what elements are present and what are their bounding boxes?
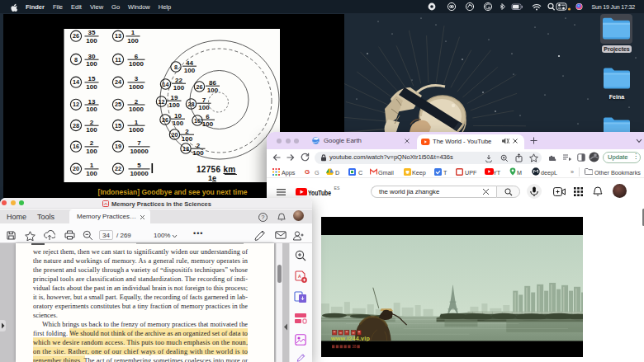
svg-text:100: 100 <box>192 149 204 157</box>
svg-text:8: 8 <box>74 56 78 63</box>
svg-text:Which brings us back to the fr: Which brings us back to the frenzy of me… <box>42 321 248 328</box>
svg-text:14: 14 <box>163 81 169 88</box>
svg-text:44: 44 <box>186 59 193 67</box>
svg-text:100: 100 <box>86 126 97 134</box>
svg-text:2: 2 <box>135 98 139 106</box>
svg-text:22: 22 <box>175 77 182 84</box>
svg-text:first folding. We should not t: first folding. We should not think of th… <box>33 330 248 337</box>
svg-text:100: 100 <box>86 37 97 45</box>
svg-text:35: 35 <box>88 29 96 36</box>
svg-text:8: 8 <box>174 63 178 71</box>
svg-text:oratory experiments constitute: oratory experiments constitutes but a ti… <box>33 303 248 310</box>
svg-text:3: 3 <box>135 75 139 82</box>
svg-text:7: 7 <box>202 96 206 104</box>
svg-text:on the site. Rather, one of ou: on the site. Rather, one of our chief wa… <box>33 348 248 355</box>
svg-text:2: 2 <box>197 142 201 149</box>
svg-text:22: 22 <box>115 165 121 172</box>
svg-text:100: 100 <box>207 87 219 94</box>
svg-text:1: 1 <box>131 29 135 36</box>
svg-text:1000: 1000 <box>129 83 144 91</box>
svg-text:1000: 1000 <box>129 106 144 113</box>
svg-text:12: 12 <box>159 98 165 106</box>
svg-text:the present and socially throu: the present and socially through a varie… <box>33 266 248 274</box>
svg-text:it is, however, but a small pa: it is, however, but a small part. Equall… <box>33 294 248 301</box>
svg-text:28: 28 <box>188 101 195 108</box>
svg-text:YouTube: YouTube <box>308 188 331 197</box>
svg-text:100: 100 <box>182 135 193 143</box>
svg-text:25: 25 <box>115 101 121 108</box>
svg-text:the nature and workings of mem: the nature and workings of memory. As a … <box>33 257 249 265</box>
svg-text:100: 100 <box>86 60 97 68</box>
svg-text:16: 16 <box>73 143 79 150</box>
svg-text:we reject them, then we can st: we reject them, then we can start to sig… <box>33 248 248 256</box>
svg-text:20: 20 <box>172 131 178 139</box>
svg-text:vidual facts about the past in: vidual facts about the past in an indivi… <box>33 284 248 292</box>
svg-text:which we desire random access.: which we desire random access. This puts… <box>33 339 248 346</box>
svg-text:13: 13 <box>182 145 189 153</box>
svg-text:26: 26 <box>197 83 203 91</box>
svg-text:2: 2 <box>185 128 189 135</box>
svg-text:100: 100 <box>202 120 214 128</box>
svg-text:15: 15 <box>115 122 121 129</box>
svg-text:100: 100 <box>127 37 139 45</box>
svg-text:19: 19 <box>171 94 178 101</box>
svg-text:7: 7 <box>137 139 141 147</box>
svg-text:12756 km: 12756 km <box>197 165 235 174</box>
svg-text:1e: 1e <box>208 174 216 182</box>
svg-text:86: 86 <box>209 79 216 87</box>
svg-text:100: 100 <box>86 83 97 91</box>
svg-text:5: 5 <box>137 162 141 169</box>
svg-text:100: 100 <box>173 120 184 127</box>
svg-text:13: 13 <box>115 32 121 40</box>
svg-text:100: 100 <box>86 148 97 155</box>
svg-text:2: 2 <box>90 139 94 147</box>
svg-text:principal tools are classifica: principal tools are classification and s… <box>33 275 248 283</box>
svg-text:38: 38 <box>352 345 357 349</box>
svg-text:100: 100 <box>86 106 97 113</box>
svg-text:19: 19 <box>115 143 121 150</box>
svg-text:1: 1 <box>90 162 94 169</box>
svg-text:24: 24 <box>115 78 121 86</box>
svg-text:100: 100 <box>173 84 185 92</box>
svg-text:100: 100 <box>168 101 180 109</box>
svg-text:13: 13 <box>88 98 96 106</box>
svg-text:12: 12 <box>73 101 79 108</box>
svg-text:14: 14 <box>73 78 79 86</box>
svg-text:remember things. The act of re: remember things. The act of remembering … <box>33 357 248 362</box>
svg-text:26: 26 <box>73 32 79 40</box>
svg-text:30: 30 <box>88 53 96 60</box>
svg-text:10000: 10000 <box>130 170 149 177</box>
svg-text:28: 28 <box>73 122 79 129</box>
svg-text:2: 2 <box>90 119 94 126</box>
svg-text:100: 100 <box>184 67 196 74</box>
svg-text:sciences.: sciences. <box>33 312 58 319</box>
svg-text:15: 15 <box>88 75 96 82</box>
svg-text:100: 100 <box>198 104 210 111</box>
svg-text:11: 11 <box>115 56 121 63</box>
svg-text:16: 16 <box>194 117 201 125</box>
svg-text:10000: 10000 <box>130 148 149 155</box>
svg-text:1: 1 <box>135 119 139 126</box>
svg-text:26: 26 <box>162 116 168 124</box>
svg-text:6: 6 <box>206 113 210 120</box>
svg-text:1000: 1000 <box>129 60 144 68</box>
svg-text:100: 100 <box>86 170 97 177</box>
svg-text:1000: 1000 <box>129 126 144 134</box>
svg-text:20: 20 <box>73 165 79 172</box>
svg-text:A: A <box>298 274 301 279</box>
svg-text:www.i244.vip: www.i244.vip <box>330 336 371 341</box>
svg-text:6: 6 <box>135 53 139 60</box>
svg-text:10: 10 <box>174 112 182 120</box>
